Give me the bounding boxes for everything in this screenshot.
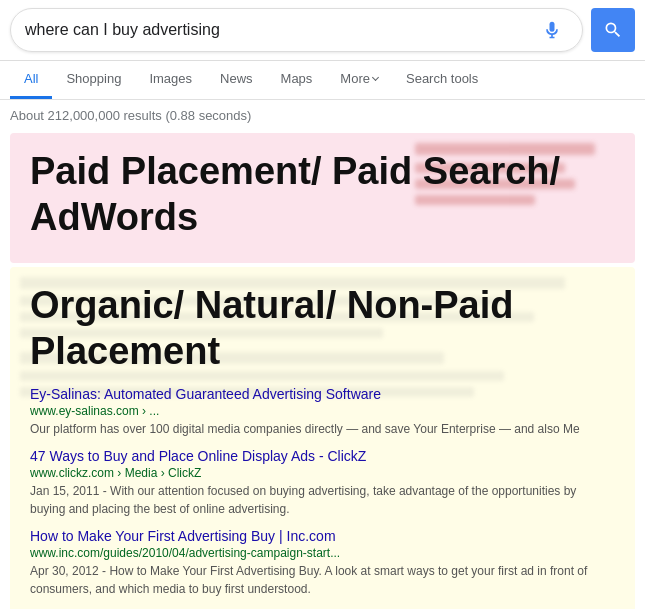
organic-section: Organic/ Natural/ Non-Paid Placement Ey-…: [10, 267, 635, 609]
tab-maps[interactable]: Maps: [267, 61, 327, 99]
search-input-wrapper[interactable]: [10, 8, 583, 52]
tab-news[interactable]: News: [206, 61, 267, 99]
mic-icon: [542, 20, 562, 40]
tab-more[interactable]: More: [326, 61, 392, 99]
ads-section: Paid Placement/ Paid Search/ AdWords: [10, 133, 635, 263]
tab-more-label: More: [340, 71, 370, 86]
chevron-down-icon: [372, 74, 379, 81]
tab-images[interactable]: Images: [135, 61, 206, 99]
result-item-1: Ey-Salinas: Automated Guaranteed Adverti…: [30, 386, 615, 438]
result-snippet-1: Our platform has over 100 digital media …: [30, 420, 615, 438]
result-url-2: www.clickz.com › Media › ClickZ: [30, 466, 615, 480]
result-title-1[interactable]: Ey-Salinas: Automated Guaranteed Adverti…: [30, 386, 615, 402]
result-snippet-3: Apr 30, 2012 - How to Make Your First Ad…: [30, 562, 615, 598]
result-snippet-2: Jan 15, 2011 - With our attention focuse…: [30, 482, 615, 518]
search-input[interactable]: [25, 21, 536, 39]
organic-overlay-text: Organic/ Natural/ Non-Paid Placement: [30, 283, 615, 374]
result-item-3: How to Make Your First Advertising Buy |…: [30, 528, 615, 598]
results-info: About 212,000,000 results (0.88 seconds): [0, 100, 645, 129]
result-url-3: www.inc.com/guides/2010/04/advertising-c…: [30, 546, 615, 560]
result-item-2: 47 Ways to Buy and Place Online Display …: [30, 448, 615, 518]
tab-all[interactable]: All: [10, 61, 52, 99]
search-icon: [603, 20, 623, 40]
result-title-3[interactable]: How to Make Your First Advertising Buy |…: [30, 528, 615, 544]
nav-tabs: All Shopping Images News Maps More Searc…: [0, 61, 645, 100]
tab-shopping[interactable]: Shopping: [52, 61, 135, 99]
search-button[interactable]: [591, 8, 635, 52]
search-bar-container: [0, 0, 645, 61]
tab-search-tools[interactable]: Search tools: [392, 61, 492, 99]
result-url-1: www.ey-salinas.com › ...: [30, 404, 615, 418]
result-title-2[interactable]: 47 Ways to Buy and Place Online Display …: [30, 448, 615, 464]
ads-overlay-text: Paid Placement/ Paid Search/ AdWords: [30, 149, 615, 240]
mic-button[interactable]: [536, 20, 568, 40]
